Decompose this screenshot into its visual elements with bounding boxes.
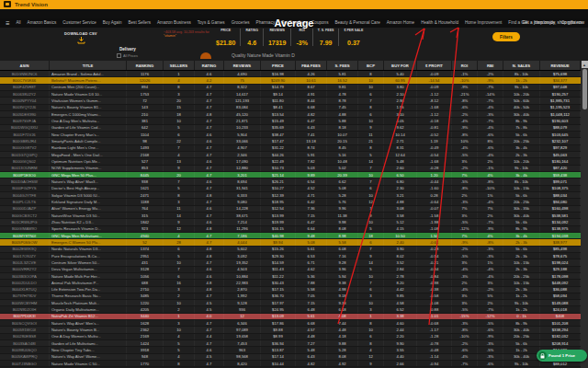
table-row[interactable]: B00SCQVGOINature's Way Alive! Men's...16… [0,320,581,327]
table-row[interactable]: B01CRW6JPGZhou Nutrition K2 + D3...18429… [0,219,581,225]
cell-rating: 4.7 [195,361,224,366]
table-row[interactable]: B0000DJAZPAlive! Women's Energy Mu...764… [0,206,581,213]
table-row[interactable]: B0797H79DVThorne Research Basic Nu...348… [0,293,581,300]
table-row[interactable]: B004GJYTF8Solgar Vitamin D3 5000 IU...24… [0,192,581,199]
table-row[interactable]: B001G7QGPQMegaFood - Men's One Dail...21… [0,152,581,158]
table-row[interactable]: B0097SVFJAOne A Day Men's Multivita...38… [0,118,581,124]
cell-fba_fees: 7.41 [296,132,327,137]
table-row[interactable]: B01N9D2OIHOrganic Daily Multivitamin...4… [0,306,581,313]
column-header-bcp[interactable]: BCP [358,61,384,70]
cell-rating: 4.7 [195,145,224,151]
cell-reviews: 4,503 [224,267,261,272]
table-row[interactable]: B000VRR2Y2Deva Vegan Multivitamin...3128… [0,267,581,273]
cell-buy_for: 3.08 [384,206,417,212]
column-header-roi[interactable]: ROI [452,61,478,70]
cell-rbi: -3% [478,247,503,252]
table-row[interactable]: B003SAO48IGarden of Life Multivitami...1… [0,340,581,347]
cell-bcp: 9 [358,125,384,131]
cell-bcp: 10 [358,192,384,198]
cell-roi: -8% [452,132,478,137]
table-row[interactable]: B000FGZFYSDoctor's Best High Absorp...16… [0,186,581,192]
cell-sellers: 3 [164,91,195,97]
table-row[interactable]: B0013OUNRMNOW Supplements Vitamin...8539… [0,166,581,172]
table-row[interactable]: B005DEK990Emergen-C 1000mg Vitami...2101… [0,111,581,118]
table-row[interactable]: B00PLC2LTSKirkland Signature Daily M...1… [0,199,581,205]
table-row[interactable]: B000GG87V2Rainbow Light Men's One...1493… [0,145,581,152]
cell-ranking: 3440 [127,314,164,319]
cell-rbi: -7% [478,306,503,312]
cell-revenue: $45,063 [540,152,581,157]
table-row[interactable]: B007PD0K3INutraPak Zrt Vitamin B12...344… [0,314,581,320]
column-header-profit[interactable]: $ PROFIT [417,61,452,70]
cell-n_sales: 8k - 10k [503,178,540,184]
filters-button[interactable]: Filters [492,32,520,41]
table-row[interactable]: B00IWCBYHMMuscleTech Platinum Mult...122… [0,300,581,306]
column-header-sellers[interactable]: SELLERS [164,61,195,70]
cell-n_sales: 10k - 20k [503,91,540,97]
cell-n_sales: 20k - 25k [503,273,540,279]
column-header-revenue[interactable]: REVENUE [540,61,581,70]
scrollbar-thumb[interactable] [582,69,587,109]
cell-n_sales: 30k - 35k [503,206,540,212]
chat-widget-button[interactable]: Found 1 Price [537,350,587,362]
column-header-asin[interactable]: ASIN [0,61,50,70]
column-header-fba_fees[interactable]: FBA FEES [296,61,327,70]
cell-rbi: -4% [478,152,503,157]
table-row[interactable]: B00GIMAM9OSports Research Vitamin D...92… [0,226,581,233]
download-icon[interactable] [77,37,85,44]
cell-buy_for: 2.84 [384,267,417,272]
table-row[interactable]: B00280EBS8One A Day Women's Multiv...216… [0,334,581,340]
scroll-up-arrow[interactable]: ▲ [582,61,588,68]
table-row[interactable]: B00638U2Y2Nature Made Vitamin D3 10...17… [0,91,581,98]
all-prices-filter[interactable]: All Prices [117,53,138,58]
table-row[interactable]: B00GB85JR4SmartyPants Adult Comple...982… [0,138,581,144]
table-row[interactable]: B004XLRTUQLife Extension Two-Per-Da...27… [0,287,581,293]
column-header-title[interactable]: TITLE [50,61,127,70]
checkbox-icon[interactable] [117,53,121,58]
cell-ranking: 1104 [127,132,164,137]
cell-revenue: $94,080 [540,199,581,204]
cell-rbi: 2% [478,158,503,164]
table-row[interactable]: B001F71VJ6New Chapter Every Man's...1104… [0,132,581,138]
cell-s_fees: 9.96 [327,206,358,212]
cell-reviews: 4,690 [224,71,261,76]
table-row[interactable]: B005KAWPRQNature's Way Alive! Wome...948… [0,354,581,361]
table-row[interactable]: B002EWIK9QNordic Naturals Vitamin D3...1… [0,247,581,253]
column-header-reviews[interactable]: REVIEWS [224,61,261,70]
cell-roi: -2% [452,111,478,117]
table-row[interactable]: B003VQY2J6Nature's Bounty Vitamin B1...1… [0,105,581,111]
cell-profit: -0.18 [417,118,452,123]
column-header-rbi[interactable]: RBI [478,61,503,70]
column-header-price[interactable]: PRICE [261,61,296,70]
table-row[interactable]: B01GNMJNC6Amazon Brand - Solimo Adul...1… [0,71,581,77]
column-header-rating[interactable]: RATING [195,61,224,70]
table-row[interactable]: B00GCBXCT2NatureWise Vitamin D3 50...315… [0,213,581,219]
table-row[interactable]: B00591WC0INature's Bounty Vitamin B...23… [0,327,581,333]
cell-buy_for: 9.90 [384,340,417,346]
cell-roi: -4% [452,145,478,151]
table-row[interactable]: B00TJ3NBGONature Made Vitamin C 50...177… [0,361,581,367]
column-header-buy_for[interactable]: BUY FOR [384,61,417,70]
table-row[interactable]: B00F4Z5R8TCentrum Men (200 Count)...8948… [0,85,581,91]
column-header-ranking[interactable]: RANKING [127,61,164,70]
table-row[interactable]: B00IP1E3O0GNC Mega Men 50 Plus...8445204… [0,172,581,178]
table-row[interactable]: B0017O9JZYPure Encapsulations B-Co...295… [0,253,581,259]
table-row[interactable]: B00JL3ZCVECentrum Silver Women 50...4311… [0,259,581,266]
table-row[interactable]: B0098U0SQONew Chapter Tiny Tabs...391854… [0,347,581,353]
table-row[interactable]: B00C7V0K66Belivita® Maximum Potenc...120… [0,77,581,84]
cell-profit: 1.50 [417,233,452,238]
table-row[interactable]: B00MY8TN0IGNC Mega Men Multivitami...494… [0,233,581,239]
stat-rating: RATING4.6 [240,29,263,46]
table-row[interactable]: B005P0SSOWEmergen-C Women 50 Plu...52284… [0,239,581,246]
table-row[interactable]: B000GIQS02Optimum Nutrition Opti-Me...52… [0,158,581,165]
table-row[interactable]: B0002DULDOAnimal Pak Multivitamin P...68… [0,280,581,286]
column-header-s_fees[interactable]: S. FEES [327,61,358,70]
table-row[interactable]: B003B3OOPANature Made Multi For Her...10… [0,273,581,280]
table-row[interactable]: B000NPYY04Vitafusion Women's Gumm...7220… [0,98,581,104]
table-row[interactable]: B00DWGQ3XUGarden of Life Vitamin Cod...6… [0,125,581,132]
table-row[interactable]: B001GAOHSWNature's Way Alive! Max3...938… [0,178,581,185]
cell-revenue: $134,092 [540,219,581,224]
table-scrollbar[interactable]: ▲ [581,61,588,368]
column-header-n_sales[interactable]: N. SALES [503,61,540,70]
download-csv-button[interactable]: DOWNLOAD CSV [64,31,97,36]
